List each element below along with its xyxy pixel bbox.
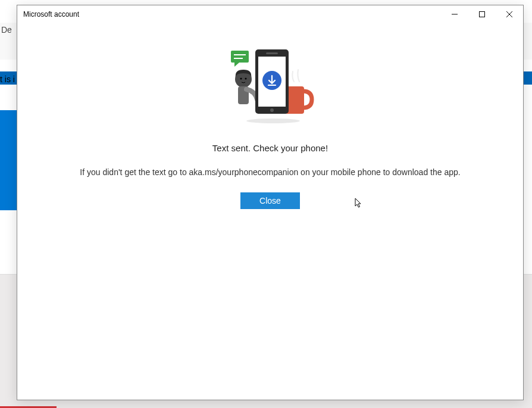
window-title: Microsoft account [23,10,79,18]
secondary-message: If you didn't get the text go to aka.ms/… [80,167,460,177]
primary-message: Text sent. Check your phone! [212,143,328,153]
svg-point-8 [245,78,247,80]
close-button[interactable]: Close [240,192,300,209]
window-controls [441,5,523,23]
maximize-button[interactable] [468,5,496,23]
titlebar: Microsoft account [17,5,523,23]
bg-partial-text-2: t is i [0,74,15,84]
svg-point-13 [270,108,274,112]
svg-rect-15 [231,51,249,63]
close-icon [506,11,512,17]
maximize-icon [479,11,485,17]
svg-point-7 [240,78,242,80]
svg-rect-12 [266,52,278,54]
bg-partial-text: De [1,25,12,35]
bg-blue-sidebar [0,110,17,210]
microsoft-account-dialog: Microsoft account [17,5,524,400]
window-close-button[interactable] [496,5,523,23]
svg-rect-1 [480,12,485,17]
phone-illustration [223,45,318,125]
minimize-icon [452,11,458,17]
svg-point-4 [246,119,300,123]
dialog-content: Text sent. Check your phone! If you didn… [17,23,523,400]
minimize-button[interactable] [441,5,468,23]
